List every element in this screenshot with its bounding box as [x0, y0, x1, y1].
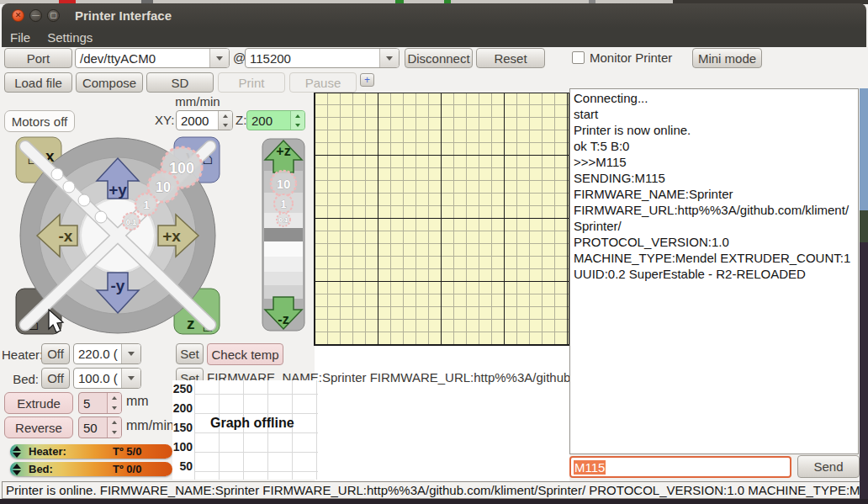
z-band[interactable]	[264, 257, 303, 272]
at-label: @	[233, 50, 246, 65]
pause-button: Pause	[289, 72, 357, 93]
maximize-icon[interactable]: ▢	[47, 9, 60, 22]
menu-settings[interactable]: Settings	[39, 29, 101, 46]
desktop-bottom-strip	[0, 499, 868, 504]
chevron-down-icon[interactable]	[121, 369, 140, 388]
compose-button[interactable]: Compose	[76, 72, 143, 93]
printer-interface-window: ✕ — ▢ Printer Interface File Settings Po…	[0, 0, 868, 504]
graph-offline-text: Graph offline	[210, 416, 294, 431]
log-console[interactable]: Connecting...startPrinter is now online.…	[569, 88, 859, 454]
statusbar-text: Printer is online. FIRMWARE_NAME:Sprinte…	[6, 483, 866, 497]
chevron-down-icon[interactable]	[209, 49, 229, 67]
graph-ylabel: 200	[172, 401, 193, 415]
graph-ylabel: 150	[172, 421, 193, 434]
load-file-button[interactable]: Load file	[4, 72, 72, 93]
extrude-length-spinner[interactable]: 5	[78, 392, 122, 414]
bed-temp-combo[interactable]: 100.0 (	[73, 368, 141, 389]
send-button[interactable]: Send	[797, 455, 860, 478]
reset-button[interactable]: Reset	[476, 48, 545, 68]
heater-set-button[interactable]: Set	[176, 343, 204, 364]
jog-plus-y-label: +y	[108, 181, 127, 199]
distance-10-label: 10	[156, 180, 171, 194]
z-band[interactable]	[264, 241, 303, 257]
extrude-button[interactable]: Extrude	[4, 392, 73, 414]
heater-gauge[interactable]: Heater: Tº 5/0	[10, 444, 172, 459]
spin-down-icon[interactable]	[108, 427, 121, 438]
extrude-speed-spinner[interactable]: 50	[78, 416, 122, 438]
spin-up-icon[interactable]	[291, 111, 304, 120]
divider-dot	[78, 194, 90, 206]
extrude-speed-value: 50	[79, 420, 107, 436]
check-temp-button[interactable]: Check temp	[207, 343, 283, 365]
gauge-handle-icon[interactable]	[10, 462, 24, 476]
xy-feed-spinner[interactable]: 2000	[176, 110, 233, 130]
statusbar: Printer is online. FIRMWARE_NAME:Sprinte…	[2, 481, 866, 499]
heater-off-button[interactable]: Off	[41, 343, 70, 364]
log-line: Connecting...	[574, 90, 855, 106]
sd-button[interactable]: SD	[146, 72, 214, 93]
heater-temp-combo[interactable]: 220.0 (	[73, 343, 141, 364]
bed-gauge-label: Bed:	[29, 463, 53, 475]
z-jog-strip: +z -z 10 1 0.1	[261, 137, 306, 332]
z-plus-label: +z	[276, 144, 290, 158]
minimize-icon[interactable]: —	[29, 9, 42, 22]
menu-file[interactable]: File	[2, 29, 39, 46]
divider-dot	[51, 168, 63, 180]
log-line: Printer is now online.	[574, 122, 855, 138]
xy-feed-label: XY:	[155, 113, 174, 127]
bed-off-button[interactable]: Off	[41, 368, 70, 389]
print-button: Print	[218, 72, 285, 93]
heater-gauge-label: Heater:	[29, 445, 66, 458]
background-window-fragment	[860, 88, 868, 210]
xy-feed-value: 2000	[177, 113, 218, 129]
z-minus-label: -z	[278, 312, 288, 326]
disconnect-button[interactable]: Disconnect	[405, 48, 473, 68]
spin-up-icon[interactable]	[219, 111, 232, 120]
monitor-printer-checkbox[interactable]	[572, 51, 585, 64]
port-combo-value: /dev/ttyACM0	[76, 50, 209, 66]
lower-middle-panel	[315, 346, 569, 481]
gcode-preview-grid	[314, 93, 569, 346]
add-tab-button[interactable]: +	[360, 73, 374, 87]
chevron-down-icon[interactable]	[121, 344, 140, 363]
port-combo[interactable]: /dev/ttyACM0	[75, 48, 230, 68]
bed-gauge-temp: Tº 0/0	[113, 463, 141, 475]
temperature-graph: 250 200 150 100 50 Graph offline	[172, 380, 318, 480]
mini-mode-button[interactable]: Mini mode	[692, 48, 762, 68]
close-icon[interactable]: ✕	[12, 9, 24, 22]
spin-down-icon[interactable]	[291, 120, 304, 130]
reverse-button[interactable]: Reverse	[4, 416, 73, 438]
baud-combo-value: 115200	[246, 50, 379, 66]
distance-100-label: 100	[169, 160, 194, 177]
log-line: start	[574, 106, 855, 122]
gauge-handle-icon[interactable]	[10, 444, 24, 459]
graph-ylabel: 50	[172, 459, 193, 473]
log-line: >>>M115	[574, 154, 855, 170]
log-line: ok T:5 B:0	[574, 138, 855, 154]
jog-plus-x-label: +x	[162, 227, 181, 245]
z-feed-spinner[interactable]: 200	[246, 110, 305, 130]
divider-dot	[95, 211, 107, 223]
log-line: FIRMWARE_NAME:Sprinter FIRMWARE_URL:http…	[574, 186, 855, 234]
heater-label: Heater:	[2, 347, 39, 362]
port-button[interactable]: Port	[4, 48, 72, 68]
titlebar[interactable]: ✕ — ▢ Printer Interface	[2, 3, 866, 28]
extrude-unit-label: mm	[126, 394, 149, 409]
motors-off-button[interactable]: Motors off	[4, 110, 75, 132]
command-input-value: M115	[574, 460, 606, 475]
spin-down-icon[interactable]	[108, 403, 121, 413]
spin-down-icon[interactable]	[219, 120, 232, 130]
baud-combo[interactable]: 115200	[245, 48, 400, 68]
heater-gauge-temp: Tº 5/0	[113, 445, 141, 458]
divider-dot	[63, 181, 75, 193]
command-input[interactable]: M115	[569, 456, 791, 478]
spin-up-icon[interactable]	[108, 417, 121, 427]
bed-gauge[interactable]: Bed: Tº 0/0	[10, 462, 172, 476]
graph-ylabel: 100	[172, 440, 193, 454]
distance-1-label: 1	[143, 199, 149, 211]
spin-up-icon[interactable]	[108, 393, 121, 403]
z-band-center	[264, 228, 303, 241]
z-band[interactable]	[264, 272, 303, 285]
distance-01-label: 0.1	[126, 218, 137, 226]
chevron-down-icon[interactable]	[379, 49, 399, 67]
